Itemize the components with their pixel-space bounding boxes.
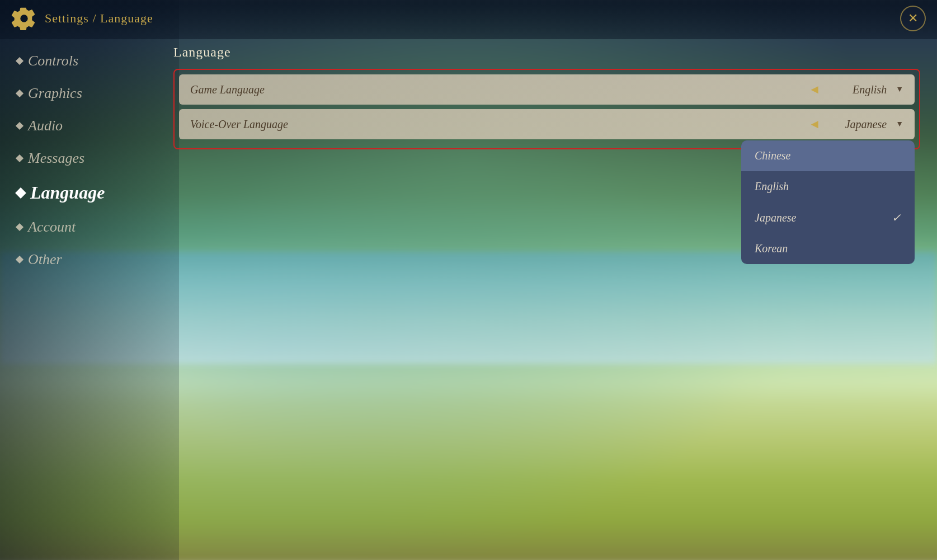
game-language-value: English — [831, 83, 887, 96]
settings-panel: Game Language ◄ English ▼ Voice-Over Lan… — [173, 69, 920, 149]
sidebar-item-messages[interactable]: Messages — [0, 142, 168, 175]
sidebar-item-controls[interactable]: Controls — [0, 45, 168, 77]
voice-over-wrapper: Voice-Over Language ◄ Japanese ▼ Chinese… — [179, 109, 915, 139]
game-language-arrow-left[interactable]: ◄ — [808, 82, 821, 97]
dropdown-item-korean[interactable]: Korean — [741, 233, 915, 264]
voice-over-arrow-left[interactable]: ◄ — [808, 117, 821, 131]
sidebar-label-other: Other — [28, 251, 62, 268]
game-language-label: Game Language — [190, 83, 808, 96]
sidebar: Controls Graphics Audio Messages Languag… — [0, 45, 168, 276]
gear-icon — [11, 6, 37, 31]
sidebar-item-language[interactable]: Language — [0, 175, 168, 211]
sidebar-item-account[interactable]: Account — [0, 211, 168, 243]
sidebar-item-audio[interactable]: Audio — [0, 110, 168, 142]
sidebar-dot-graphics — [16, 90, 23, 97]
sidebar-label-messages: Messages — [28, 150, 84, 167]
topbar: Settings / Language ✕ — [0, 0, 937, 36]
dropdown-label-chinese: Chinese — [755, 149, 790, 162]
game-language-row[interactable]: Game Language ◄ English ▼ — [179, 74, 915, 105]
sidebar-item-other[interactable]: Other — [0, 243, 168, 276]
dropdown-label-english: English — [755, 180, 789, 193]
sidebar-dot-account — [16, 223, 23, 231]
sidebar-label-account: Account — [28, 219, 76, 236]
dropdown-item-japanese[interactable]: Japanese ✓ — [741, 202, 915, 233]
checkmark-japanese: ✓ — [892, 211, 901, 224]
voice-over-dropdown-menu: Chinese English Japanese ✓ Korean — [741, 140, 915, 264]
main-content: Language Game Language ◄ English ▼ Voice… — [173, 45, 920, 149]
sidebar-dot-messages — [16, 154, 23, 162]
section-title: Language — [173, 45, 920, 60]
game-language-dropdown-arrow[interactable]: ▼ — [896, 85, 903, 94]
close-button[interactable]: ✕ — [900, 6, 926, 31]
sidebar-dot-audio — [16, 122, 23, 130]
dropdown-label-korean: Korean — [755, 242, 788, 255]
dropdown-label-japanese: Japanese — [755, 211, 796, 224]
voice-over-language-row[interactable]: Voice-Over Language ◄ Japanese ▼ — [179, 109, 915, 139]
sidebar-dot-controls — [16, 57, 23, 65]
sidebar-dot-other — [16, 256, 23, 263]
sidebar-label-controls: Controls — [28, 53, 78, 69]
sidebar-label-language: Language — [30, 182, 105, 203]
sidebar-label-audio: Audio — [28, 117, 63, 134]
game-language-value-area[interactable]: ◄ English ▼ — [808, 82, 903, 97]
dropdown-item-chinese[interactable]: Chinese — [741, 140, 915, 171]
topbar-left: Settings / Language — [11, 6, 153, 31]
voice-over-language-label: Voice-Over Language — [190, 118, 808, 131]
voice-over-language-value: Japanese — [831, 118, 887, 131]
topbar-title: Settings / Language — [45, 11, 153, 26]
dropdown-item-english[interactable]: English — [741, 171, 915, 202]
sidebar-item-graphics[interactable]: Graphics — [0, 77, 168, 110]
sidebar-label-graphics: Graphics — [28, 85, 82, 102]
sidebar-dot-language — [15, 187, 26, 199]
voice-over-dropdown-arrow[interactable]: ▼ — [896, 120, 903, 129]
voice-over-language-value-area[interactable]: ◄ Japanese ▼ — [808, 117, 903, 131]
